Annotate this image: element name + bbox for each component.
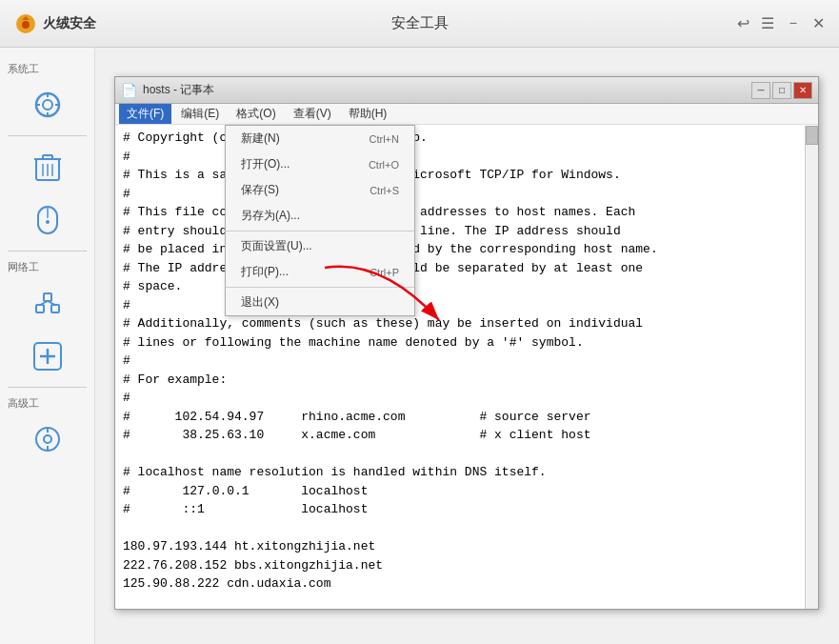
svg-rect-10 <box>43 155 52 159</box>
app-titlebar-controls: ↩ ☰ － ✕ <box>737 13 825 33</box>
sidebar-divider-3 <box>8 387 87 388</box>
menu-item-pagesetup-label: 页面设置(U)... <box>241 238 399 254</box>
sidebar-divider-2 <box>8 251 87 252</box>
menu-edit[interactable]: 编辑(E) <box>173 104 227 124</box>
advanced-icon <box>30 422 65 456</box>
notepad-textarea[interactable]: # Copyright (c) 1993-2009 Microsoft Corp… <box>115 125 818 608</box>
scrollbar-thumb[interactable] <box>806 126 818 145</box>
menu-file[interactable]: 文件(F) <box>119 104 171 124</box>
back-button[interactable]: ↩ <box>737 14 749 32</box>
svg-point-1 <box>22 21 30 29</box>
sidebar-item-add[interactable] <box>0 330 94 383</box>
app-body: 系统工 <box>0 48 839 644</box>
svg-point-3 <box>43 100 52 110</box>
app-logo: 火绒安全 <box>14 12 96 35</box>
menu-item-new[interactable]: 新建(N) Ctrl+N <box>226 126 414 151</box>
notepad-minimize-button[interactable]: ─ <box>751 82 770 99</box>
menu-item-saveas-label: 另存为(A)... <box>241 208 399 224</box>
sidebar: 系统工 <box>0 48 95 644</box>
sidebar-section-network-label: 网络工 <box>0 255 86 276</box>
menu-button[interactable]: ☰ <box>761 14 774 32</box>
app-title: 安全工具 <box>391 14 449 32</box>
sidebar-item-network[interactable] <box>0 276 94 330</box>
notepad-title-text: hosts - 记事本 <box>143 82 214 98</box>
trash-icon <box>30 150 65 184</box>
add-icon <box>30 339 65 373</box>
menu-item-open-label: 打开(O)... <box>241 156 369 172</box>
notepad-menubar: 文件(F) 编辑(E) 格式(O) 查看(V) 帮助(H) <box>115 104 818 125</box>
minimize-button[interactable]: － <box>786 13 801 33</box>
app-window: 火绒安全 安全工具 ↩ ☰ － ✕ 系统工 <box>0 0 839 644</box>
menu-item-open[interactable]: 打开(O)... Ctrl+O <box>226 151 414 177</box>
sidebar-item-trash[interactable] <box>0 140 94 193</box>
dropdown-separator-1 <box>226 231 414 231</box>
sidebar-item-mouse[interactable] <box>0 193 94 247</box>
menu-item-print[interactable]: 打印(P)... Ctrl+P <box>226 259 414 285</box>
mouse-icon <box>30 203 65 237</box>
notepad-content: # Copyright (c) 1993-2009 Microsoft Corp… <box>115 125 818 608</box>
app-logo-icon <box>14 12 37 35</box>
main-content: 📄 hosts - 记事本 ─ □ ✕ 文件(F) 编辑(E) 格式(O) 查看… <box>95 48 839 644</box>
sidebar-item-system[interactable] <box>0 78 94 131</box>
menu-item-new-label: 新建(N) <box>241 131 370 147</box>
sidebar-divider-1 <box>8 135 87 136</box>
menu-item-pagesetup[interactable]: 页面设置(U)... <box>226 233 414 259</box>
svg-rect-19 <box>44 293 51 301</box>
svg-point-26 <box>44 435 51 443</box>
sidebar-item-advanced[interactable] <box>0 413 94 466</box>
app-logo-text: 火绒安全 <box>43 15 96 32</box>
notepad-file-icon: 📄 <box>121 83 137 98</box>
menu-item-new-shortcut: Ctrl+N <box>370 133 399 145</box>
close-button[interactable]: ✕ <box>812 14 825 32</box>
menu-item-saveas[interactable]: 另存为(A)... <box>226 203 414 229</box>
network-icon <box>30 286 65 320</box>
notepad-close-button[interactable]: ✕ <box>793 82 812 99</box>
dropdown-separator-2 <box>226 287 414 288</box>
menu-item-exit-label: 退出(X) <box>241 294 399 311</box>
notepad-titlebar: 📄 hosts - 记事本 ─ □ ✕ <box>115 77 818 104</box>
menu-item-print-shortcut: Ctrl+P <box>370 267 399 278</box>
menu-item-save[interactable]: 保存(S) Ctrl+S <box>226 177 414 203</box>
menu-item-save-shortcut: Ctrl+S <box>370 185 399 196</box>
notepad-scrollbar[interactable] <box>805 126 818 609</box>
notepad-window: 📄 hosts - 记事本 ─ □ ✕ 文件(F) 编辑(E) 格式(O) 查看… <box>114 76 819 610</box>
notepad-controls: ─ □ ✕ <box>751 82 812 99</box>
file-menu-dropdown: 新建(N) Ctrl+N 打开(O)... Ctrl+O 保存(S) Ctrl+… <box>225 125 415 316</box>
svg-rect-18 <box>51 305 59 312</box>
menu-view[interactable]: 查看(V) <box>286 104 339 124</box>
notepad-title-area: 📄 hosts - 记事本 <box>121 82 214 98</box>
system-icon <box>30 88 65 122</box>
svg-point-16 <box>46 220 50 224</box>
menu-help[interactable]: 帮助(H) <box>341 104 395 124</box>
menu-item-print-label: 打印(P)... <box>241 264 370 280</box>
sidebar-section-system-label: 系统工 <box>0 57 86 78</box>
menu-item-open-shortcut: Ctrl+O <box>369 159 399 171</box>
menu-item-save-label: 保存(S) <box>241 182 370 198</box>
sidebar-section-advanced-label: 高级工 <box>0 392 86 413</box>
app-titlebar: 火绒安全 安全工具 ↩ ☰ － ✕ <box>0 0 839 48</box>
menu-item-exit[interactable]: 退出(X) <box>226 290 414 315</box>
svg-rect-17 <box>36 305 44 312</box>
menu-format[interactable]: 格式(O) <box>229 104 283 124</box>
notepad-maximize-button[interactable]: □ <box>772 82 791 99</box>
